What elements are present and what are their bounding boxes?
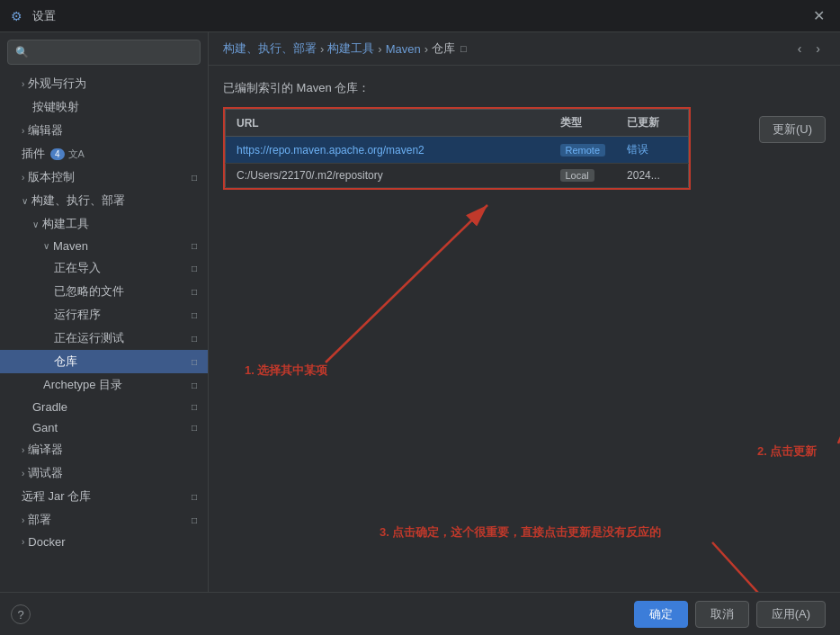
- breadcrumb-forward-button[interactable]: ›: [810, 40, 826, 58]
- sidebar-item-editor[interactable]: › 编辑器: [0, 119, 208, 142]
- table-row[interactable]: https://repo.maven.apache.org/maven2 Rem…: [226, 137, 689, 164]
- col-updated: 已更新: [616, 110, 688, 137]
- sidebar-item-gant[interactable]: Gant □: [0, 417, 208, 438]
- settings-small-icon: □: [192, 402, 197, 412]
- col-type: 类型: [550, 110, 617, 137]
- sidebar-item-repositories[interactable]: 仓库 □: [0, 350, 208, 373]
- apply-button[interactable]: 应用(A): [756, 601, 826, 628]
- settings-small-icon: □: [192, 310, 197, 320]
- breadcrumb-icon: □: [460, 43, 467, 54]
- sidebar-item-gradle[interactable]: Gradle □: [0, 397, 208, 417]
- sidebar-item-running-tests[interactable]: 正在运行测试 □: [0, 326, 208, 350]
- arrow-icon: ∨: [43, 241, 49, 251]
- sidebar-item-remote-jar[interactable]: 远程 Jar 仓库 □: [0, 485, 208, 508]
- arrow-icon: ›: [22, 173, 24, 183]
- sidebar-item-label: 版本控制: [28, 169, 75, 185]
- search-input[interactable]: [32, 46, 192, 58]
- sidebar: 🔍 › 外观与行为 按键映射 › 编辑器 插件 4 文A › 版本控制 □ ∨ …: [0, 32, 209, 592]
- sidebar-search-container[interactable]: 🔍: [7, 40, 201, 65]
- breadcrumb-current: 仓库: [432, 40, 455, 57]
- row-url: C:/Users/22170/.m2/repository: [226, 164, 550, 188]
- sidebar-item-label: 编辑器: [28, 122, 63, 139]
- annotation-1: 1. 选择其中某项: [245, 362, 327, 379]
- breadcrumb-part-1: 构建、执行、部署: [223, 40, 317, 57]
- sidebar-item-label: 编译器: [28, 442, 63, 458]
- sidebar-item-label: 插件: [22, 146, 45, 162]
- col-url: URL: [226, 110, 550, 137]
- sidebar-item-docker[interactable]: › Docker: [0, 532, 208, 552]
- sidebar-item-label: Archetype 目录: [43, 377, 122, 393]
- settings-small-icon: □: [192, 287, 197, 297]
- sidebar-item-buildtools[interactable]: ∨ 构建工具: [0, 212, 208, 236]
- breadcrumb-bar: 构建、执行、部署 › 构建工具 › Maven › 仓库 □ ‹ ›: [209, 32, 840, 66]
- breadcrumb-back-button[interactable]: ‹: [792, 40, 808, 58]
- sidebar-item-label: 按键映射: [32, 99, 79, 115]
- sidebar-item-build[interactable]: ∨ 构建、执行、部署: [0, 189, 208, 212]
- arrow-icon: ›: [22, 445, 24, 455]
- sidebar-item-appearance[interactable]: › 外观与行为: [0, 72, 208, 95]
- sidebar-item-debugger[interactable]: › 调试器: [0, 461, 208, 485]
- settings-small-icon: □: [192, 380, 197, 390]
- content-area: 构建、执行、部署 › 构建工具 › Maven › 仓库 □ ‹ › 已编制索引…: [209, 32, 840, 592]
- arrow-icon: ›: [22, 126, 24, 136]
- section-title: 已编制索引的 Maven 仓库：: [223, 80, 826, 96]
- close-button[interactable]: ✕: [808, 5, 829, 27]
- sidebar-item-deploy[interactable]: › 部署 □: [0, 508, 208, 532]
- settings-small-icon: □: [192, 515, 197, 525]
- row-updated: 2024...: [616, 164, 688, 188]
- sidebar-item-archetype[interactable]: Archetype 目录 □: [0, 373, 208, 397]
- cancel-button[interactable]: 取消: [695, 601, 749, 628]
- sidebar-item-label: 调试器: [28, 465, 63, 481]
- arrow-icon: ∨: [22, 196, 28, 206]
- sidebar-item-keymap[interactable]: 按键映射: [0, 95, 208, 119]
- breadcrumb: 构建、执行、部署 › 构建工具 › Maven › 仓库 □: [223, 40, 467, 57]
- sidebar-item-label: Docker: [28, 535, 65, 549]
- repo-table: URL 类型 已更新 https://repo.maven.apache.org…: [225, 109, 689, 188]
- type-badge-local: Local: [560, 169, 594, 182]
- svg-line-3: [712, 542, 802, 592]
- settings-small-icon: □: [192, 357, 197, 367]
- sidebar-item-maven[interactable]: ∨ Maven □: [0, 236, 208, 256]
- breadcrumb-sep-3: ›: [424, 42, 428, 56]
- translate-icon: 文A: [68, 148, 85, 161]
- sidebar-item-vcs[interactable]: › 版本控制 □: [0, 165, 208, 189]
- sidebar-item-label: 已忽略的文件: [54, 283, 124, 300]
- breadcrumb-sep-1: ›: [320, 42, 324, 56]
- update-button[interactable]: 更新(U): [759, 116, 826, 143]
- settings-small-icon: □: [192, 423, 197, 433]
- sidebar-item-compiler[interactable]: › 编译器: [0, 438, 208, 461]
- settings-small-icon: □: [192, 492, 197, 502]
- arrow-icon: ›: [22, 515, 24, 525]
- sidebar-item-label: Gradle: [32, 400, 67, 414]
- arrow-icon: ›: [22, 537, 24, 547]
- sidebar-item-plugins[interactable]: 插件 4 文A: [0, 142, 208, 165]
- arrow-icon: ›: [22, 79, 24, 89]
- settings-small-icon: □: [192, 241, 197, 251]
- confirm-button[interactable]: 确定: [634, 601, 688, 628]
- sidebar-item-label: 构建、执行、部署: [31, 192, 125, 209]
- help-button[interactable]: ?: [11, 604, 31, 624]
- annotation-3: 3. 点击确定，这个很重要，直接点击更新是没有反应的: [380, 524, 661, 541]
- main-layout: 🔍 › 外观与行为 按键映射 › 编辑器 插件 4 文A › 版本控制 □ ∨ …: [0, 32, 840, 592]
- sidebar-item-label: 运行程序: [54, 307, 101, 323]
- sidebar-item-importing[interactable]: 正在导入 □: [0, 256, 208, 280]
- svg-line-1: [326, 205, 487, 362]
- table-row[interactable]: C:/Users/22170/.m2/repository Local 2024…: [226, 164, 689, 188]
- sidebar-item-label: 远程 Jar 仓库: [22, 488, 91, 505]
- window-title: 设置: [32, 8, 56, 24]
- settings-small-icon: □: [192, 173, 197, 183]
- settings-small-icon: □: [192, 334, 197, 344]
- sidebar-item-label: 构建工具: [42, 216, 89, 232]
- search-icon: 🔍: [15, 46, 29, 58]
- breadcrumb-sep-2: ›: [378, 42, 381, 56]
- sidebar-item-label: 正在运行测试: [54, 330, 124, 346]
- row-url: https://repo.maven.apache.org/maven2: [226, 137, 550, 164]
- breadcrumb-part-3: Maven: [386, 42, 421, 56]
- type-badge-remote: Remote: [560, 144, 606, 157]
- row-updated: 错误: [616, 137, 688, 164]
- settings-small-icon: □: [192, 264, 197, 273]
- sidebar-item-ignored[interactable]: 已忽略的文件 □: [0, 280, 208, 303]
- sidebar-item-label: 部署: [28, 512, 51, 528]
- arrow-icon: ∨: [32, 219, 39, 229]
- sidebar-item-runner[interactable]: 运行程序 □: [0, 303, 208, 326]
